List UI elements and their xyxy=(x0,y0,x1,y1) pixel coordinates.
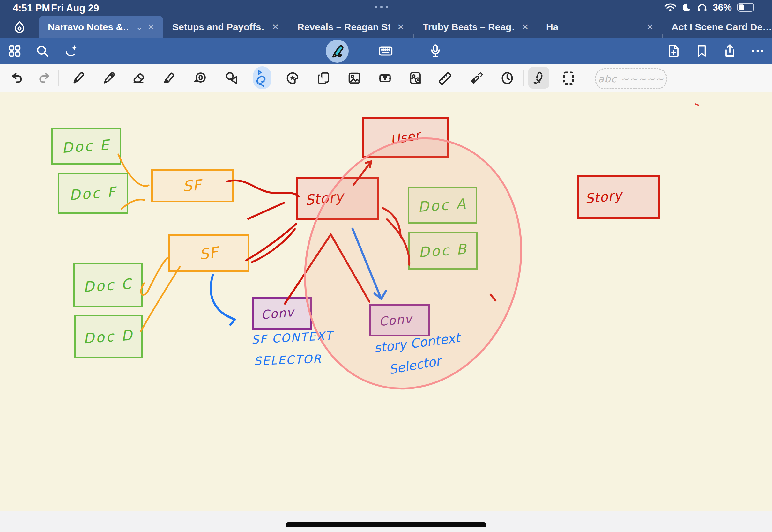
status-date: Fri Aug 29 xyxy=(51,3,99,14)
ai-sparkle-icon[interactable] xyxy=(58,38,84,64)
image-search-icon[interactable] xyxy=(407,70,424,87)
pen-mode-active-circle xyxy=(326,40,349,63)
edge-sf2-story-b xyxy=(252,229,295,262)
edge-sf1-story xyxy=(227,181,299,196)
tab-ha[interactable]: Ha ✕ xyxy=(537,16,663,38)
tab-reveals-reagan[interactable]: Reveals – Reagan St… ✕ xyxy=(288,16,414,38)
tab-chevron-down-icon[interactable]: ⌄ xyxy=(136,22,143,32)
share-icon[interactable] xyxy=(717,38,743,64)
arrow-sf2-conv1 xyxy=(211,275,235,325)
edge-docd-sf2 xyxy=(141,267,180,331)
sticker-icon[interactable] xyxy=(284,70,301,87)
tab-setups-payoffs[interactable]: Setups and Payoffs… ✕ xyxy=(163,16,288,38)
moon-icon xyxy=(681,2,692,12)
redo-icon[interactable] xyxy=(35,70,53,87)
edge-doce-sf1 xyxy=(118,154,149,186)
app-window: 4:51 PM Fri Aug 29 36% xyxy=(0,0,772,532)
laser-icon[interactable] xyxy=(468,70,485,87)
pencil-icon[interactable] xyxy=(100,70,118,87)
tab-narravo-notes[interactable]: Narravo Notes &… ⌄ ✕ xyxy=(39,16,163,38)
scribble-hint-pill[interactable]: abc ~~~~~ xyxy=(595,68,667,89)
grid-icon[interactable] xyxy=(2,38,27,64)
ink-strokes xyxy=(0,92,772,511)
search-icon[interactable] xyxy=(30,38,55,64)
lasso-pen-icon[interactable] xyxy=(254,70,271,87)
bookmark-icon[interactable] xyxy=(689,38,715,64)
textbox-icon[interactable] xyxy=(376,70,394,87)
drawing-toolbar: abc ~~~~~ xyxy=(0,64,772,92)
more-icon[interactable] xyxy=(745,38,770,64)
pen-icon[interactable] xyxy=(70,70,87,87)
top-chrome: 4:51 PM Fri Aug 29 36% xyxy=(0,0,772,38)
headphones-icon xyxy=(697,2,708,12)
main-toolbar xyxy=(0,38,772,64)
pen-mode-button[interactable] xyxy=(324,38,350,64)
status-time: 4:51 PM xyxy=(13,3,50,14)
bottom-strip xyxy=(0,511,772,532)
tab-truby-beats[interactable]: Truby Beats – Reag… ✕ xyxy=(414,16,537,38)
image-icon[interactable] xyxy=(346,70,363,87)
wifi-icon xyxy=(664,3,676,12)
marquee-icon[interactable] xyxy=(560,70,577,87)
orange-connectors xyxy=(118,154,180,331)
edge-sf2-story-a xyxy=(246,224,296,260)
battery-percent: 36% xyxy=(713,2,732,13)
eraser-icon[interactable] xyxy=(130,70,147,87)
tab-close-icon[interactable]: ✕ xyxy=(522,22,529,32)
home-indicator[interactable] xyxy=(286,522,486,527)
battery-icon xyxy=(737,3,757,12)
tape-icon[interactable] xyxy=(191,70,209,87)
ruler-icon[interactable] xyxy=(437,70,454,87)
red-dot-mark xyxy=(695,104,699,105)
keyboard-icon[interactable] xyxy=(373,38,398,64)
lasso-select-icon[interactable] xyxy=(530,70,547,87)
tab-close-icon[interactable]: ✕ xyxy=(397,22,405,32)
tab-bar: Narravo Notes &… ⌄ ✕ Setups and Payoffs…… xyxy=(0,15,772,38)
edge-docf-sf1 xyxy=(122,200,144,209)
edge-docc-sf2 xyxy=(141,258,167,295)
microphone-icon[interactable] xyxy=(423,38,448,64)
tab-close-icon[interactable]: ✕ xyxy=(646,22,654,32)
multitask-dots-icon[interactable] xyxy=(375,6,388,8)
status-icons: 36% xyxy=(664,2,757,13)
add-page-icon[interactable] xyxy=(661,38,687,64)
scribble-hint-text: abc ~~~~~ xyxy=(598,73,664,85)
tab-act1-scene-card[interactable]: Act I Scene Card De… xyxy=(663,16,772,38)
tab-close-icon[interactable]: ✕ xyxy=(272,22,279,32)
undo-icon[interactable] xyxy=(9,70,26,87)
note-canvas[interactable]: Doc E Doc F SF Doc C Doc D SF User Story… xyxy=(0,92,772,511)
shapes-icon[interactable] xyxy=(223,70,241,87)
tab-close-icon[interactable]: ✕ xyxy=(147,22,155,32)
red-slash xyxy=(248,203,284,219)
status-bar: 4:51 PM Fri Aug 29 36% xyxy=(0,0,772,15)
annotation-sf-context-2: SELECTOR xyxy=(254,352,322,367)
highlighter-icon[interactable] xyxy=(160,70,177,87)
clock-icon[interactable] xyxy=(499,70,516,87)
pages-icon[interactable] xyxy=(315,70,332,87)
home-button[interactable] xyxy=(7,18,32,36)
